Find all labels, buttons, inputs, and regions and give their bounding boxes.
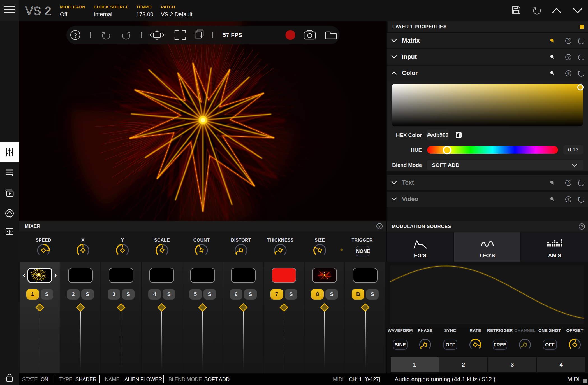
svg-text:57 FPS: 57 FPS	[223, 32, 242, 38]
svg-text:?: ?	[581, 224, 583, 229]
svg-text:?: ?	[567, 55, 570, 59]
svg-text:?: ?	[567, 39, 570, 43]
svg-text:?: ?	[567, 71, 570, 76]
svg-text:?: ?	[567, 197, 570, 202]
svg-text:?: ?	[567, 181, 570, 185]
